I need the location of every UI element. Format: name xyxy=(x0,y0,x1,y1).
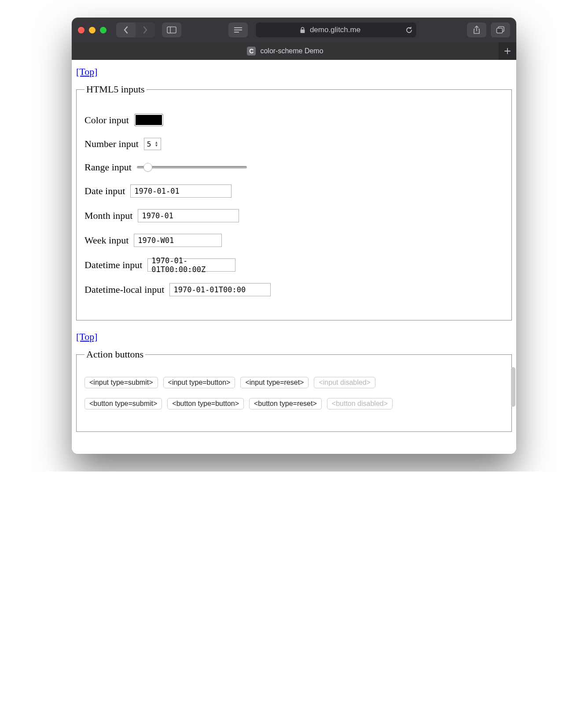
range-input[interactable] xyxy=(137,166,247,169)
fieldset-action-buttons: Action buttons <input type=submit> <inpu… xyxy=(76,349,512,432)
date-input[interactable]: 1970-01-01 xyxy=(130,184,232,198)
browser-tab[interactable]: C color-scheme Demo xyxy=(72,42,499,60)
window-controls xyxy=(78,27,107,33)
browser-toolbar: demo.glitch.me xyxy=(72,18,516,42)
scrollbar-thumb[interactable] xyxy=(511,367,515,407)
week-input[interactable]: 1970-W01 xyxy=(134,234,222,247)
reload-icon[interactable] xyxy=(405,26,413,34)
fieldset-html5-inputs: HTML5 inputs Color input Number input 5 … xyxy=(76,84,512,320)
datetime-local-input[interactable]: 1970-01-01T00:00 xyxy=(169,283,271,296)
color-input[interactable] xyxy=(134,114,163,126)
tab-bar: C color-scheme Demo xyxy=(72,42,516,60)
page-content: [Top] HTML5 inputs Color input Number in… xyxy=(72,60,516,454)
input-button-button[interactable]: <input type=button> xyxy=(163,377,235,388)
datetime-input-label: Datetime input xyxy=(85,259,142,271)
tab-overview-button[interactable] xyxy=(491,22,510,37)
number-input-value: 5 xyxy=(147,140,151,148)
month-input[interactable]: 1970-01 xyxy=(138,209,239,222)
date-input-value: 1970-01-01 xyxy=(134,187,179,195)
svg-rect-0 xyxy=(167,27,176,33)
lock-icon xyxy=(300,27,305,33)
chevron-down-icon[interactable]: ▼ xyxy=(155,144,158,147)
input-reset-button[interactable]: <input type=reset> xyxy=(240,377,309,388)
button-reset-button[interactable]: <button type=reset> xyxy=(249,398,322,409)
svg-rect-5 xyxy=(300,29,305,33)
number-input[interactable]: 5 ▲ ▼ xyxy=(144,138,162,150)
back-button[interactable] xyxy=(116,22,136,37)
new-tab-button[interactable] xyxy=(499,42,516,60)
legend-action-buttons: Action buttons xyxy=(85,349,145,360)
address-text: demo.glitch.me xyxy=(310,26,360,34)
input-submit-button[interactable]: <input type=submit> xyxy=(85,377,158,388)
datetime-input-value: 1970-01-01T00:00:00Z xyxy=(151,256,232,274)
datetime-input[interactable]: 1970-01-01T00:00:00Z xyxy=(147,258,235,272)
date-input-label: Date input xyxy=(85,185,125,197)
number-stepper[interactable]: ▲ ▼ xyxy=(153,141,160,147)
address-bar[interactable]: demo.glitch.me xyxy=(256,22,416,37)
close-window-button[interactable] xyxy=(78,27,85,33)
month-input-label: Month input xyxy=(85,210,132,221)
color-input-label: Color input xyxy=(85,114,129,126)
datetime-local-input-value: 1970-01-01T00:00 xyxy=(173,285,246,294)
button-submit-button[interactable]: <button type=submit> xyxy=(85,398,162,409)
button-disabled-button: <button disabled> xyxy=(327,398,393,409)
top-link[interactable]: [Top] xyxy=(76,331,98,343)
datetime-local-input-label: Datetime-local input xyxy=(85,284,164,295)
share-button[interactable] xyxy=(467,22,486,37)
range-thumb[interactable] xyxy=(143,163,152,172)
legend-html5-inputs: HTML5 inputs xyxy=(85,84,147,95)
svg-rect-7 xyxy=(497,28,503,33)
browser-window: demo.glitch.me C color-scheme Demo [Top]… xyxy=(72,18,516,454)
nav-buttons xyxy=(116,22,155,37)
button-button-button[interactable]: <button type=button> xyxy=(167,398,244,409)
maximize-window-button[interactable] xyxy=(100,27,107,33)
number-input-label: Number input xyxy=(85,138,139,150)
month-input-value: 1970-01 xyxy=(142,211,173,220)
tab-favicon: C xyxy=(247,47,256,55)
forward-button[interactable] xyxy=(136,22,155,37)
tab-title: color-scheme Demo xyxy=(260,47,323,55)
week-input-label: Week input xyxy=(85,235,129,246)
week-input-value: 1970-W01 xyxy=(138,236,174,245)
range-input-label: Range input xyxy=(85,162,132,173)
sidebar-toggle-button[interactable] xyxy=(162,22,181,37)
minimize-window-button[interactable] xyxy=(89,27,96,33)
reader-button[interactable] xyxy=(228,22,248,37)
top-link[interactable]: [Top] xyxy=(76,66,98,77)
input-disabled-button: <input disabled> xyxy=(314,377,375,388)
